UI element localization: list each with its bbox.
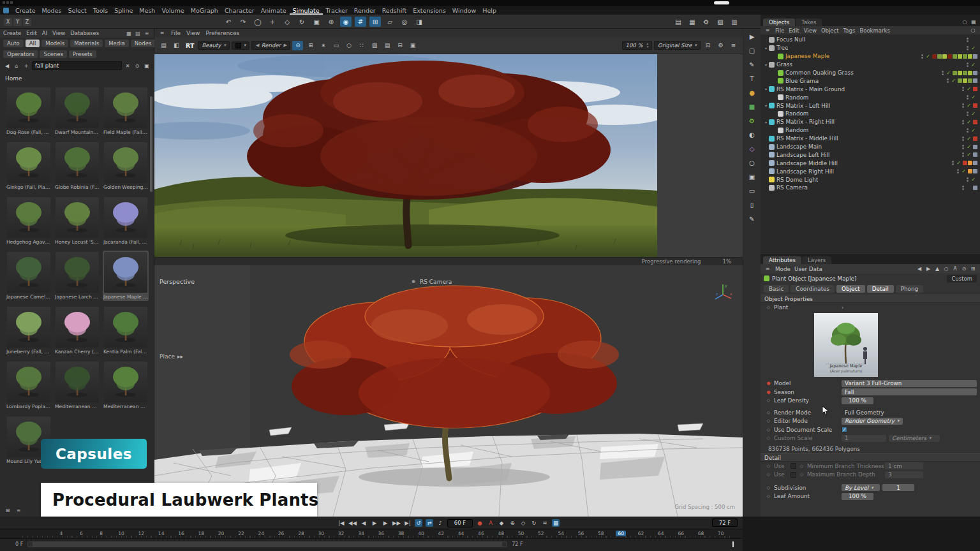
enable-check-icon[interactable]: ✓ [925, 54, 931, 59]
asset-item[interactable]: Japanese Camellia (Fall, Plant) [6, 251, 52, 301]
search-icon[interactable]: ○ [961, 18, 969, 26]
asset-item[interactable]: Kentia Palm (Fall, Plant) [103, 305, 149, 356]
lock-icon[interactable]: ⊙ [960, 265, 968, 272]
season-dropdown[interactable]: Fall [842, 388, 977, 395]
om-menu-item[interactable]: File [775, 27, 784, 34]
grid-view-icon[interactable]: ⊞ [4, 507, 11, 514]
zoom-field[interactable]: 100 % ▴▾ [622, 41, 653, 50]
viewport-menu-icon[interactable]: ≡ [728, 41, 739, 50]
tag-chip[interactable] [973, 152, 977, 157]
expand-arrow-icon[interactable]: ▾ [763, 87, 769, 91]
tag-chip[interactable] [973, 136, 977, 141]
enable-check-icon[interactable]: ✓ [966, 144, 972, 150]
object-row[interactable]: Landscape Main ✓ [761, 143, 980, 151]
enable-check-icon[interactable]: ✓ [951, 78, 956, 84]
tag-chip[interactable] [932, 54, 937, 59]
visibility-dots[interactable] [947, 78, 949, 83]
viewport-menu-icon[interactable]: ≡ [158, 29, 166, 36]
ipr-icon[interactable]: ▣ [407, 41, 418, 50]
enable-check-icon[interactable]: ✓ [966, 103, 972, 108]
visibility-dots[interactable] [921, 54, 923, 59]
object-row[interactable]: Focus Null [761, 36, 980, 44]
mode-menu[interactable]: Mode [775, 266, 791, 272]
keyframe-dot-icon[interactable]: ● [766, 390, 771, 395]
text-tool-icon[interactable]: T [746, 74, 758, 84]
enable-check-icon[interactable]: ✓ [970, 111, 976, 117]
menu-item[interactable]: Create [12, 6, 39, 15]
attribute-tab-button[interactable]: Object [836, 285, 865, 293]
render-view-menu-item[interactable]: Preferences [205, 30, 239, 36]
render-settings-icon[interactable]: ⚙ [701, 17, 712, 27]
field-icon[interactable]: ◐ [746, 130, 758, 140]
dots-icon[interactable]: ∷ [356, 41, 367, 50]
record-icon[interactable]: ● [476, 519, 484, 527]
expand-arrow-icon[interactable]: ▾ [763, 62, 769, 67]
render-view-menu-item[interactable]: View [186, 30, 200, 36]
asset-item[interactable]: Golden Weeping Willow (Fall, Plant) [103, 141, 149, 191]
sample-icon[interactable]: ○ [343, 41, 354, 50]
anim-dot-icon[interactable]: ◇ [766, 418, 771, 423]
display-icon[interactable]: ▭ [746, 186, 758, 196]
object-row[interactable]: Random ✓ [761, 126, 980, 135]
anim-dot-icon[interactable]: ◇ [766, 485, 771, 490]
menu-item[interactable]: Volume [158, 6, 187, 15]
visibility-dots[interactable] [967, 38, 969, 42]
asset-filter-tab[interactable]: Media [105, 40, 129, 47]
layout-icon[interactable]: ▥ [729, 17, 740, 27]
visibility-dots[interactable] [967, 95, 969, 99]
object-manager-tab[interactable]: Takes [796, 18, 822, 26]
panel-menu-icon[interactable]: ≡ [143, 30, 151, 37]
asset-item[interactable]: Dog-Rose (Fall, Plant) [6, 86, 52, 136]
use-document-scale-checkbox[interactable]: ✓ [842, 427, 847, 432]
enable-check-icon[interactable]: ✓ [946, 70, 951, 76]
spline-circle-icon[interactable]: ○ [746, 158, 758, 168]
object-manager-tab[interactable]: Objects [763, 18, 795, 26]
loop-icon[interactable]: ↺ [415, 519, 422, 527]
back-icon[interactable]: ◀ [916, 265, 923, 272]
up-icon[interactable]: ▲ [933, 265, 941, 272]
modeling-axis-icon[interactable]: ◎ [399, 17, 410, 27]
menu-item[interactable]: Animate [258, 6, 290, 15]
prev-key-icon[interactable]: ◀◀ [348, 519, 357, 527]
tag-chip[interactable] [968, 78, 972, 83]
tag-chip[interactable] [973, 54, 977, 59]
asset-filter-tab[interactable]: All [26, 40, 40, 47]
record-params-icon[interactable]: ≡ [541, 519, 549, 527]
object-row[interactable]: Blue Grama ✓ [761, 77, 980, 85]
asset-item[interactable]: Kanzan Cherry (Fall, Plant) [54, 305, 100, 356]
om-menu-item[interactable]: View [804, 27, 817, 34]
search-input[interactable] [32, 61, 122, 70]
size-dropdown[interactable]: Original Size▾ [654, 41, 701, 50]
object-row[interactable]: Japanese Maple ✓ [761, 52, 980, 61]
tag-chip[interactable] [958, 54, 962, 59]
home-icon[interactable]: ⌂ [13, 62, 20, 70]
scale-tool-icon[interactable]: ◇ [281, 17, 293, 27]
tag-chip[interactable] [968, 71, 972, 75]
om-menu-item[interactable]: Object [821, 27, 839, 34]
asset-item[interactable]: Honey Locust 'Sunburst' (Fall, Plant) [54, 196, 100, 246]
perspective-viewport[interactable]: Perspective ⊕ RS Camera Place ▸▸ y x z [154, 265, 743, 517]
enable-check-icon[interactable]: ✓ [961, 168, 967, 174]
asset-filter-tab[interactable]: Models [41, 40, 68, 47]
asset-filter-tab[interactable]: Presets [69, 50, 96, 58]
object-row[interactable]: Common Quaking Grass ✓ [761, 69, 980, 77]
asset-item[interactable]: Dwarf Mountain Pine (Fall, Plant) [54, 86, 100, 136]
object-row[interactable]: RS Matrix - Middle Hill ✓ [761, 135, 980, 143]
denoise-icon[interactable]: ∗ [318, 41, 329, 50]
asset-item[interactable]: Ginkgo (Fall, Plant) [6, 141, 52, 191]
goto-end-icon[interactable]: ▶| [404, 519, 412, 527]
simulate-toggle-icon[interactable]: ◉ [340, 17, 352, 27]
object-row[interactable]: Random ✓ [761, 93, 980, 101]
tag-chip[interactable] [973, 87, 977, 91]
panel-menu-icon[interactable]: ≡ [764, 27, 771, 34]
new-panel-icon[interactable]: ⊞ [969, 265, 977, 272]
menu-item[interactable]: Help [479, 6, 500, 15]
add-asset-icon[interactable]: + [22, 62, 30, 70]
pen-spline-icon[interactable]: ✎ [746, 60, 758, 70]
camera-icon[interactable]: ▣ [746, 172, 758, 182]
object-row[interactable]: Landscape Left Hill ✓ [761, 151, 980, 159]
asset-item[interactable]: Hedgehog Agave (Fall, Plant) [6, 196, 52, 246]
render-picture-viewer-icon[interactable]: ▦ [687, 17, 698, 27]
anim-dot-icon[interactable]: ◇ [766, 305, 771, 310]
asset-item[interactable]: Japanese Larch (Fall, Plant) [54, 251, 100, 301]
